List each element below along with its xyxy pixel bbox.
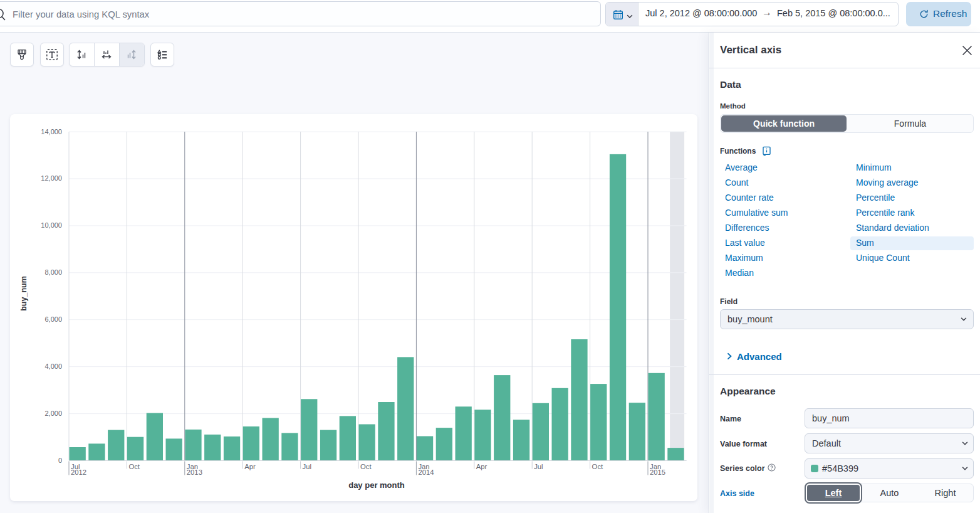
- svg-text:14,000: 14,000: [41, 128, 62, 135]
- svg-text:Oct: Oct: [592, 463, 603, 470]
- svg-text:Oct: Oct: [128, 463, 140, 470]
- svg-text:Apr: Apr: [476, 463, 487, 470]
- svg-text:Oct: Oct: [360, 463, 372, 470]
- svg-text:2013: 2013: [187, 468, 202, 476]
- svg-text:10,000: 10,000: [41, 221, 62, 229]
- svg-text:Apr: Apr: [244, 463, 256, 470]
- svg-text:12,000: 12,000: [41, 174, 62, 182]
- svg-text:8,000: 8,000: [44, 268, 62, 276]
- svg-text:2,000: 2,000: [44, 410, 62, 417]
- svg-text:0: 0: [58, 457, 62, 464]
- svg-text:buy_num: buy_num: [19, 276, 28, 311]
- svg-text:2014: 2014: [418, 468, 434, 476]
- svg-text:2012: 2012: [71, 468, 86, 476]
- svg-text:4,000: 4,000: [44, 362, 62, 370]
- svg-text:Jul: Jul: [534, 463, 543, 470]
- svg-text:2015: 2015: [650, 468, 665, 476]
- svg-text:6,000: 6,000: [44, 315, 62, 323]
- svg-text:Jul: Jul: [303, 463, 311, 470]
- svg-text:day per month: day per month: [348, 480, 405, 490]
